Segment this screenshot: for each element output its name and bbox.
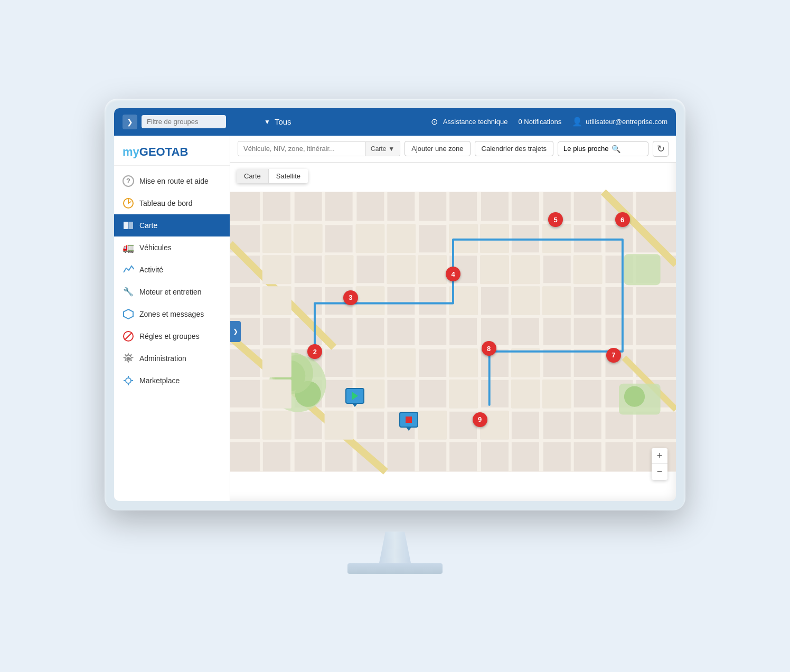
screen: ❯ ▼ Tous ⊙ Assistance technique 0 Notifi…	[114, 108, 676, 501]
zoom-out-icon: −	[657, 466, 663, 477]
svg-rect-46	[294, 224, 323, 253]
svg-rect-50	[480, 224, 509, 253]
vehicle-play-marker[interactable]	[345, 388, 364, 404]
svg-marker-3	[124, 309, 133, 319]
svg-rect-62	[511, 286, 540, 315]
map-collapse-icon: ❯	[233, 328, 238, 335]
map-icon	[123, 220, 134, 231]
svg-rect-44	[624, 254, 661, 285]
sidebar-item-label-help: Mise en route et aide	[139, 177, 209, 185]
sidebar-item-admin[interactable]: Administration	[114, 347, 230, 370]
top-bar: ❯ ▼ Tous ⊙ Assistance technique 0 Notifi…	[114, 108, 676, 136]
user-item[interactable]: 👤 utilisateur@entreprise.com	[572, 117, 667, 127]
svg-rect-54	[387, 255, 416, 284]
zoom-in-button[interactable]: +	[652, 448, 667, 464]
map-type-buttons: Carte Satellite	[237, 169, 308, 183]
map-type-satellite-button[interactable]: Satellite	[269, 169, 308, 183]
svg-rect-58	[573, 255, 603, 284]
user-icon: 👤	[572, 117, 582, 127]
sidebar-item-label-dashboard: Tableau de bord	[139, 199, 192, 207]
sidebar-item-dashboard[interactable]: Tableau de bord	[114, 192, 230, 214]
route-marker-9[interactable]: 9	[473, 412, 487, 427]
svg-rect-56	[480, 255, 509, 284]
user-email: utilisateur@entreprise.com	[586, 118, 667, 126]
svg-rect-48	[387, 224, 416, 253]
group-filter-input[interactable]	[142, 115, 226, 128]
svg-rect-63	[542, 286, 571, 315]
route-marker-5[interactable]: 5	[548, 212, 563, 227]
search-input[interactable]	[238, 141, 365, 156]
route-marker-label-2: 2	[313, 348, 317, 356]
svg-rect-74	[262, 410, 291, 439]
svg-line-5	[125, 333, 132, 340]
top-bar-right: ⊙ Assistance technique 0 Notifications 👤…	[429, 117, 667, 127]
sidebar-item-label-map: Carte	[139, 221, 157, 230]
sidebar-item-activity[interactable]: Activité	[114, 259, 230, 281]
sidebar-item-vehicles[interactable]: 🚛 Véhicules	[114, 236, 230, 259]
svg-rect-59	[262, 286, 291, 315]
route-marker-4[interactable]: 4	[446, 267, 460, 281]
route-marker-8[interactable]: 8	[482, 341, 496, 356]
sidebar-item-zones[interactable]: Zones et messages	[114, 303, 230, 325]
svg-rect-1	[124, 222, 128, 229]
assistance-item[interactable]: ⊙ Assistance technique	[429, 117, 508, 127]
sidebar-item-help[interactable]: ? Mise en route et aide	[114, 170, 230, 192]
svg-rect-71	[449, 379, 478, 408]
rules-icon	[123, 330, 134, 342]
svg-rect-76	[418, 410, 447, 439]
activity-icon	[123, 264, 134, 276]
route-marker-label-8: 8	[487, 345, 491, 353]
top-bar-left: ❯	[123, 115, 260, 129]
help-icon: ?	[123, 175, 134, 187]
sidebar-item-marketplace[interactable]: Marketplace	[114, 370, 230, 392]
nearest-search[interactable]: Le plus proche 🔍	[558, 141, 648, 156]
svg-rect-67	[449, 348, 478, 377]
vehicle-stop-marker[interactable]	[399, 412, 418, 428]
sidebar-item-label-engine: Moteur et entretien	[139, 288, 202, 296]
route-marker-label-9: 9	[478, 415, 482, 423]
expand-button[interactable]: ❯	[123, 115, 137, 129]
search-dropdown-btn[interactable]: Carte ▼	[365, 142, 400, 156]
logo-area: myGEOTAB	[114, 136, 230, 166]
map-toolbar: Carte ▼ Ajouter une zone Calendrier des …	[230, 136, 676, 163]
tous-label: Tous	[275, 117, 291, 126]
logo-geotab: GEOTAB	[139, 145, 188, 158]
vehicle-play-body	[345, 388, 364, 404]
route-marker-label-6: 6	[620, 216, 624, 224]
map-container[interactable]: Carte Satellite ❯	[230, 163, 676, 501]
notifications-item[interactable]: 0 Notifications	[519, 118, 562, 126]
nav-items: ? Mise en route et aide Tableau de bord	[114, 166, 230, 501]
stand-neck	[379, 532, 411, 563]
sidebar-item-rules[interactable]: Régles et groupes	[114, 325, 230, 347]
route-marker-3[interactable]: 3	[343, 290, 358, 305]
add-zone-button[interactable]: Ajouter une zone	[405, 141, 470, 156]
route-marker-6[interactable]: 6	[615, 212, 630, 227]
main-content: myGEOTAB ? Mise en route et aide Ta	[114, 136, 676, 501]
zoom-out-button[interactable]: −	[652, 464, 667, 480]
route-marker-label-3: 3	[349, 294, 352, 301]
svg-rect-75	[325, 410, 354, 439]
calendar-button[interactable]: Calendrier des trajets	[475, 141, 554, 156]
svg-rect-68	[511, 348, 540, 377]
svg-rect-69	[262, 379, 291, 408]
svg-point-7	[126, 378, 131, 383]
engine-icon: 🔧	[123, 286, 134, 298]
map-background	[230, 163, 676, 501]
refresh-button[interactable]: ↻	[653, 141, 669, 157]
svg-rect-55	[418, 255, 447, 284]
sidebar-item-label-rules: Régles et groupes	[139, 332, 200, 340]
sidebar-item-map[interactable]: Carte	[114, 214, 230, 236]
sidebar-item-engine[interactable]: 🔧 Moteur et entretien	[114, 281, 230, 303]
route-marker-label-7: 7	[612, 351, 615, 359]
map-collapse-button[interactable]: ❯	[230, 321, 241, 342]
map-type-satellite-label: Satellite	[276, 172, 300, 180]
route-marker-2[interactable]: 2	[307, 344, 322, 359]
assistance-label: Assistance technique	[443, 118, 508, 126]
svg-rect-66	[387, 348, 416, 377]
tous-dropdown-arrow[interactable]: ▼	[264, 118, 270, 126]
map-type-carte-button[interactable]: Carte	[237, 169, 268, 183]
sidebar-item-label-marketplace: Marketplace	[139, 376, 180, 385]
route-marker-7[interactable]: 7	[606, 348, 621, 363]
svg-rect-52	[262, 255, 291, 284]
zoom-controls: + −	[652, 448, 667, 480]
